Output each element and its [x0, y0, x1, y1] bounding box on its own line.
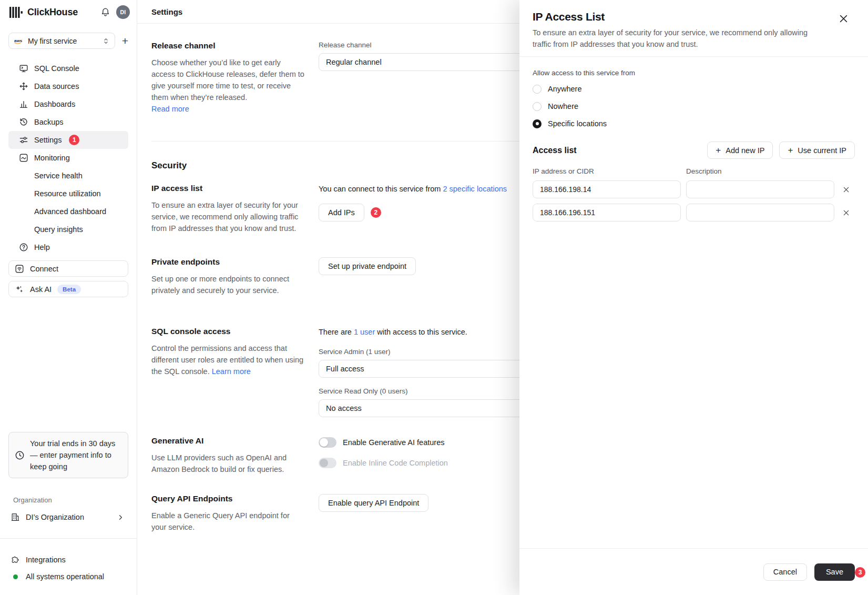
connect-label: Connect: [30, 265, 58, 273]
connect-button[interactable]: Connect: [8, 260, 128, 277]
generative-ai-heading: Generative AI: [151, 436, 319, 446]
description-input[interactable]: [686, 180, 834, 198]
aws-icon: aws: [14, 38, 24, 44]
user-count-link[interactable]: 1 user: [354, 328, 375, 336]
add-new-ip-button[interactable]: +Add new IP: [707, 142, 773, 159]
ask-ai-label: Ask AI: [30, 285, 52, 294]
ip-access-heading: IP access list: [151, 184, 319, 193]
generative-ai-description: Use LLM providers such as OpenAI and Ama…: [151, 452, 305, 475]
panel-description: To ensure an extra layer of security for…: [533, 27, 819, 50]
sidebar-item-help[interactable]: Help: [8, 238, 128, 256]
brand-row: ClickHouse DI: [0, 0, 137, 24]
sidebar-item-label: Help: [34, 243, 50, 251]
service-readonly-select[interactable]: No access: [319, 399, 539, 417]
bell-icon[interactable]: [99, 6, 111, 18]
generative-ai-toggle-label: Enable Generative AI features: [343, 438, 444, 447]
connect-icon: [15, 264, 24, 274]
add-service-button[interactable]: +: [122, 35, 128, 46]
trial-notice[interactable]: Your trial ends in 30 days — enter payme…: [8, 432, 128, 478]
release-channel-select[interactable]: Regular channel: [319, 53, 539, 71]
select-updown-icon: [103, 37, 109, 45]
panel-title: IP Access List: [533, 9, 855, 24]
clock-icon: [15, 450, 25, 460]
organization-row[interactable]: DI’s Organization: [8, 508, 128, 526]
ip-input[interactable]: [533, 204, 681, 221]
description-input[interactable]: [686, 204, 834, 221]
plus-icon: +: [788, 146, 793, 155]
radio-anywhere[interactable]: Anywhere: [533, 84, 855, 94]
radio-specific-locations[interactable]: Specific locations: [533, 118, 855, 129]
help-icon: [19, 243, 28, 252]
sidebar-item-label: Dashboards: [34, 100, 75, 108]
sql-console-icon: [19, 64, 28, 73]
release-channel-heading: Release channel: [151, 41, 319, 51]
add-ips-button[interactable]: Add IPs: [319, 204, 364, 221]
radio-label: Specific locations: [548, 119, 607, 128]
sidebar-nav: SQL Console Data sources Dashboards Back…: [0, 59, 137, 256]
add-ips-badge: 2: [371, 207, 381, 218]
data-sources-icon: [19, 82, 28, 91]
system-status-row[interactable]: All systems operational: [8, 568, 128, 586]
sidebar-item-label: SQL Console: [34, 64, 79, 73]
service-admin-select[interactable]: Full access: [319, 360, 539, 378]
organization-section-label: Organization: [13, 496, 52, 504]
settings-badge: 1: [69, 135, 79, 145]
brand-name: ClickHouse: [27, 7, 94, 18]
save-badge: 3: [855, 567, 865, 578]
organization-name: DI’s Organization: [26, 513, 84, 521]
setup-private-endpoint-button[interactable]: Set up private endpoint: [319, 257, 416, 275]
delete-row-icon[interactable]: [840, 183, 852, 196]
ip-input[interactable]: [533, 180, 681, 198]
inline-code-completion-toggle[interactable]: [319, 458, 336, 468]
sidebar-item-sql-console[interactable]: SQL Console: [8, 59, 128, 77]
radio-label: Anywhere: [548, 85, 581, 93]
sidebar-item-label: Resource utilization: [34, 189, 101, 198]
sidebar-item-label: Service health: [34, 172, 83, 180]
use-current-ip-button[interactable]: +Use current IP: [779, 142, 855, 159]
sidebar-item-label: Monitoring: [34, 154, 70, 162]
ip-access-description: To ensure an extra layer of security for…: [151, 199, 305, 234]
cancel-button[interactable]: Cancel: [763, 563, 807, 581]
settings-icon: [19, 135, 28, 145]
radio-circle: [533, 85, 542, 94]
ask-ai-button[interactable]: Ask AI Beta: [8, 281, 128, 297]
sidebar-item-data-sources[interactable]: Data sources: [8, 77, 128, 95]
column-ip-label: IP address or CIDR: [533, 167, 681, 175]
plus-icon: +: [716, 146, 721, 155]
integrations-row[interactable]: Integrations: [8, 551, 128, 569]
sidebar-item-query-insights[interactable]: Query insights: [8, 220, 128, 238]
organization-icon: [11, 512, 20, 522]
access-list-heading: Access list: [533, 146, 707, 155]
read-more-link[interactable]: Read more: [151, 105, 189, 113]
learn-more-link[interactable]: Learn more: [212, 367, 251, 376]
column-description-label: Description: [686, 167, 834, 175]
ip-access-list-panel: IP Access List To ensure an extra layer …: [519, 0, 868, 595]
radio-nowhere[interactable]: Nowhere: [533, 101, 855, 112]
sidebar-item-service-health[interactable]: Service health: [8, 167, 128, 185]
delete-row-icon[interactable]: [840, 206, 852, 219]
trial-notice-text: Your trial ends in 30 days — enter payme…: [30, 438, 121, 472]
sidebar-item-resource-utilization[interactable]: Resource utilization: [8, 185, 128, 203]
private-endpoints-description: Set up one or more endpoints to connect …: [151, 273, 305, 296]
close-icon[interactable]: [839, 14, 848, 23]
save-button[interactable]: Save: [814, 563, 855, 581]
sidebar-item-settings[interactable]: Settings 1: [8, 131, 128, 149]
integrations-label: Integrations: [26, 556, 66, 564]
generative-ai-toggle[interactable]: [319, 437, 336, 448]
sidebar-item-monitoring[interactable]: Monitoring: [8, 149, 128, 167]
private-endpoints-heading: Private endpoints: [151, 257, 319, 267]
avatar[interactable]: DI: [116, 5, 130, 19]
svg-text:aws: aws: [14, 38, 23, 43]
service-selector[interactable]: aws My first service: [8, 33, 115, 49]
query-api-heading: Query API Endpoints: [151, 494, 319, 503]
access-list-row: [533, 204, 855, 221]
sidebar-item-backups[interactable]: Backups: [8, 113, 128, 131]
sidebar-item-advanced-dashboard[interactable]: Advanced dashboard: [8, 203, 128, 220]
specific-locations-link[interactable]: 2 specific locations: [443, 185, 507, 193]
sql-console-access-heading: SQL console access: [151, 327, 319, 336]
query-api-description: Enable a Generic Query API endpoint for …: [151, 510, 305, 533]
radio-circle: [533, 102, 542, 111]
sidebar-item-dashboards[interactable]: Dashboards: [8, 95, 128, 113]
enable-query-api-button[interactable]: Enable query API Endpoint: [319, 494, 428, 512]
clickhouse-logo-icon: [9, 7, 23, 18]
